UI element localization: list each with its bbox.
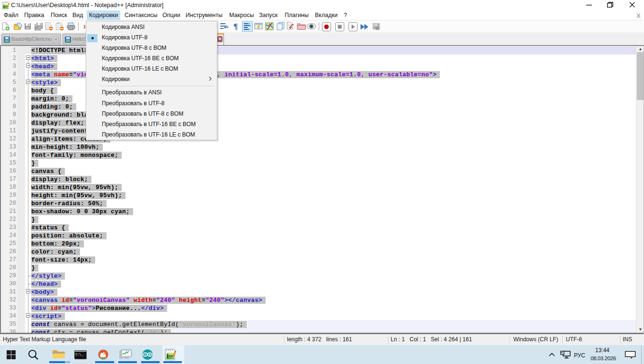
svg-text:¶: ¶: [233, 22, 238, 31]
svg-text:C:\_: C:\_: [76, 353, 83, 356]
